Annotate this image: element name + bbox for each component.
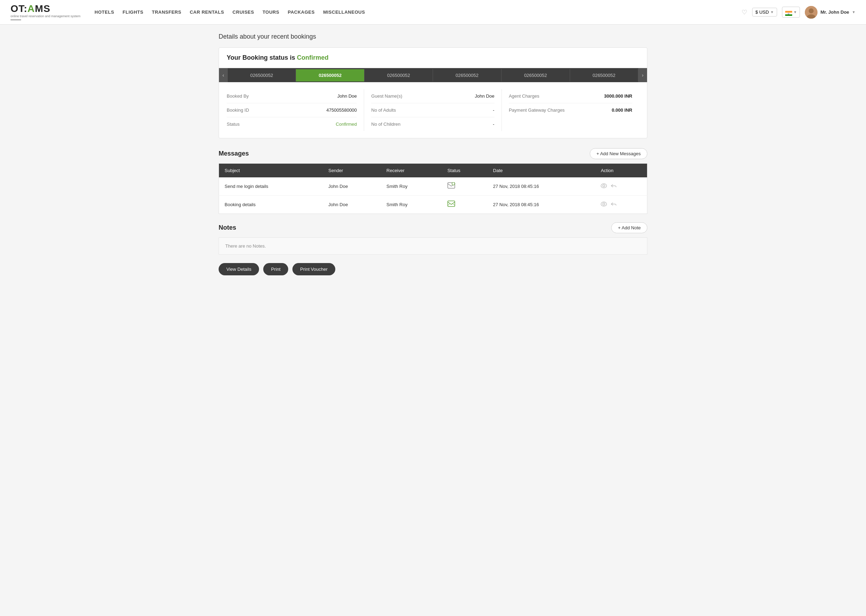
- col-status: Status: [442, 163, 488, 178]
- detail-booked-by: Booked By John Doe: [227, 89, 357, 103]
- detail-children: No of Children -: [371, 117, 494, 131]
- message-actions-2: [595, 196, 647, 214]
- detail-status: Status Confirmed: [227, 117, 357, 131]
- tabs-prev-arrow[interactable]: ‹: [219, 68, 228, 82]
- booking-tab-3[interactable]: 026500052: [364, 69, 433, 82]
- booking-detail-col1: Booked By John Doe Booking ID 4750055800…: [227, 89, 364, 131]
- detail-guest-name: Guest Name(s) John Doe: [371, 89, 494, 103]
- india-flag-icon: ⊙: [785, 8, 792, 16]
- main-content: Details about your recent bookings Your …: [208, 25, 658, 291]
- message-actions-1: [595, 178, 647, 196]
- messages-section-header: Messages + Add New Messages: [219, 148, 647, 159]
- user-name: Mr. John Doe: [820, 9, 849, 15]
- message-date-2: 27 Nov, 2018 08:45:16: [488, 196, 595, 214]
- col-subject: Subject: [219, 163, 323, 178]
- user-chevron-icon: ▼: [852, 10, 855, 14]
- view-message-2-icon[interactable]: [601, 201, 607, 208]
- booked-by-value: John Doe: [337, 93, 357, 99]
- reply-message-1-icon[interactable]: [611, 183, 617, 190]
- nav-cruises[interactable]: CRUISES: [233, 9, 254, 15]
- header-right: ♡ $ USD ▼ ⊙ ▼ Mr. John: [742, 6, 855, 19]
- action-buttons: View Details Print Print Voucher: [219, 263, 647, 282]
- nav-packages[interactable]: PACKAGES: [288, 9, 315, 15]
- view-details-button[interactable]: View Details: [219, 263, 259, 275]
- booking-detail-col2: Guest Name(s) John Doe No of Adults - No…: [364, 89, 502, 131]
- booking-tabs: ‹ 026500052 026500052 026500052 02650005…: [219, 68, 647, 82]
- svg-point-5: [601, 184, 607, 188]
- detail-adults: No of Adults -: [371, 103, 494, 117]
- agent-charges-label: Agent Charges: [509, 93, 540, 99]
- nav-car-rentals[interactable]: CAR RENTALS: [190, 9, 224, 15]
- children-value: -: [493, 121, 494, 127]
- guest-name-label: Guest Name(s): [371, 93, 402, 99]
- booking-card: Your Booking status is Confirmed ‹ 02650…: [219, 47, 647, 138]
- nav-transfers[interactable]: TRANSFERS: [152, 9, 181, 15]
- booking-tab-5[interactable]: 026500052: [502, 69, 570, 82]
- currency-chevron-icon: ▼: [770, 10, 774, 14]
- site-header: OT:AMS online travel reservation and man…: [0, 0, 866, 25]
- status-label: Status: [227, 121, 240, 127]
- notes-section: Notes + Add Note There are no Notes.: [219, 222, 647, 255]
- view-message-1-icon[interactable]: [601, 183, 607, 190]
- message-status-1: [442, 178, 488, 196]
- svg-line-9: [452, 203, 455, 206]
- user-menu[interactable]: Mr. John Doe ▼: [805, 6, 855, 19]
- booking-tab-6[interactable]: 026500052: [570, 69, 639, 82]
- message-date-1: 27 Nov, 2018 08:45:16: [488, 178, 595, 196]
- nav-flights[interactable]: FLIGHTS: [123, 9, 143, 15]
- favorites-icon[interactable]: ♡: [742, 8, 747, 16]
- col-date: Date: [488, 163, 595, 178]
- language-chevron-icon: ▼: [794, 10, 797, 14]
- notes-title: Notes: [219, 224, 236, 231]
- message-subject-2: Booking details: [219, 196, 323, 214]
- booking-status-value: Confirmed: [297, 54, 329, 61]
- status-value: Confirmed: [335, 121, 357, 127]
- currency-label: $ USD: [755, 9, 768, 15]
- message-status-icon-1: [447, 183, 455, 190]
- booking-tab-1[interactable]: 026500052: [228, 69, 296, 82]
- message-sender-2: John Doe: [323, 196, 381, 214]
- add-message-button[interactable]: + Add New Messages: [590, 148, 647, 159]
- col-sender: Sender: [323, 163, 381, 178]
- svg-point-4: [452, 182, 455, 185]
- detail-booking-id: Booking ID 475005580000: [227, 103, 357, 117]
- language-selector[interactable]: ⊙ ▼: [782, 7, 800, 17]
- agent-charges-value: 3000.000 INR: [604, 93, 632, 99]
- booking-status-header: Your Booking status is Confirmed: [219, 48, 647, 68]
- booking-details: Booked By John Doe Booking ID 4750055800…: [219, 82, 647, 138]
- nav-tours[interactable]: TOURS: [263, 9, 279, 15]
- print-button[interactable]: Print: [263, 263, 288, 275]
- detail-agent-charges: Agent Charges 3000.000 INR: [509, 89, 632, 103]
- nav-miscellaneous[interactable]: MISCELLANEOUS: [323, 9, 365, 15]
- booking-tab-4[interactable]: 026500052: [433, 69, 502, 82]
- main-nav: HOTELS FLIGHTS TRANSFERS CAR RENTALS CRU…: [94, 9, 742, 15]
- add-note-button[interactable]: + Add Note: [611, 222, 647, 233]
- messages-section: Messages + Add New Messages Subject Send…: [219, 148, 647, 214]
- children-label: No of Children: [371, 121, 400, 127]
- svg-point-11: [603, 203, 605, 205]
- message-status-2: [442, 196, 488, 214]
- message-status-icon-2: [447, 201, 455, 208]
- logo-subtitle: online travel reservation and management…: [11, 14, 80, 18]
- svg-rect-7: [448, 201, 455, 206]
- avatar: [805, 6, 817, 19]
- logo-divider: [11, 19, 21, 20]
- print-voucher-button[interactable]: Print Voucher: [293, 263, 335, 275]
- notes-section-header: Notes + Add Note: [219, 222, 647, 233]
- tabs-next-arrow[interactable]: ›: [638, 68, 647, 82]
- booking-id-label: Booking ID: [227, 107, 249, 113]
- logo[interactable]: OT:AMS online travel reservation and man…: [11, 4, 80, 20]
- currency-selector[interactable]: $ USD ▼: [752, 8, 777, 17]
- booking-tab-2[interactable]: 026500052: [296, 69, 364, 82]
- logo-text: OT:AMS: [11, 4, 80, 14]
- message-subject-1: Send me login details: [219, 178, 323, 196]
- svg-point-6: [603, 185, 605, 187]
- booking-detail-col3: Agent Charges 3000.000 INR Payment Gatew…: [502, 89, 639, 131]
- reply-message-2-icon[interactable]: [611, 201, 617, 208]
- adults-label: No of Adults: [371, 107, 396, 113]
- col-receiver: Receiver: [381, 163, 442, 178]
- svg-point-1: [809, 8, 814, 13]
- adults-value: -: [493, 107, 494, 113]
- booking-status-title: Your Booking status is Confirmed: [227, 54, 639, 61]
- nav-hotels[interactable]: HOTELS: [94, 9, 114, 15]
